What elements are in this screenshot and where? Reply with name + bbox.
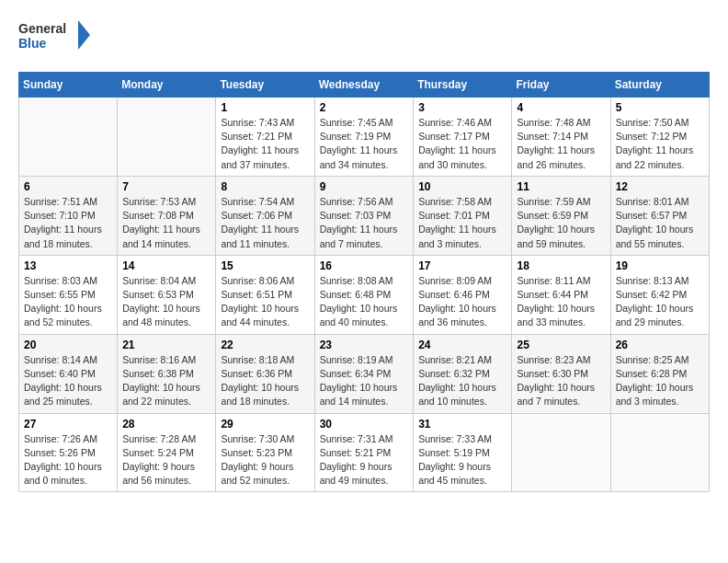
day-number: 11 bbox=[517, 180, 605, 193]
day-number: 18 bbox=[517, 259, 605, 272]
calendar-cell: 16Sunrise: 8:08 AM Sunset: 6:48 PM Dayli… bbox=[314, 255, 414, 334]
day-detail: Sunrise: 8:18 AM Sunset: 6:36 PM Dayligh… bbox=[221, 354, 299, 408]
day-number: 17 bbox=[418, 259, 506, 272]
day-number: 4 bbox=[517, 101, 605, 114]
day-number: 22 bbox=[221, 339, 309, 351]
day-number: 10 bbox=[418, 180, 506, 193]
calendar-cell bbox=[610, 413, 709, 492]
calendar-cell: 24Sunrise: 8:21 AM Sunset: 6:32 PM Dayli… bbox=[414, 334, 512, 413]
day-detail: Sunrise: 8:14 AM Sunset: 6:40 PM Dayligh… bbox=[24, 354, 102, 408]
day-detail: Sunrise: 7:59 AM Sunset: 6:59 PM Dayligh… bbox=[517, 196, 595, 249]
day-number: 25 bbox=[517, 339, 605, 351]
calendar-cell: 2Sunrise: 7:45 AM Sunset: 7:19 PM Daylig… bbox=[314, 98, 414, 177]
day-detail: Sunrise: 7:33 AM Sunset: 5:19 PM Dayligh… bbox=[418, 433, 492, 487]
calendar-cell: 6Sunrise: 7:51 AM Sunset: 7:10 PM Daylig… bbox=[19, 176, 118, 255]
calendar-cell: 10Sunrise: 7:58 AM Sunset: 7:01 PM Dayli… bbox=[414, 176, 512, 255]
day-number: 26 bbox=[616, 339, 704, 351]
calendar-cell: 19Sunrise: 8:13 AM Sunset: 6:42 PM Dayli… bbox=[610, 255, 709, 334]
day-detail: Sunrise: 7:54 AM Sunset: 7:06 PM Dayligh… bbox=[221, 196, 299, 249]
column-header-tuesday: Tuesday bbox=[216, 73, 314, 98]
calendar-week-1: 1Sunrise: 7:43 AM Sunset: 7:21 PM Daylig… bbox=[19, 98, 710, 177]
svg-text:Blue: Blue bbox=[18, 36, 47, 51]
day-detail: Sunrise: 8:04 AM Sunset: 6:53 PM Dayligh… bbox=[122, 275, 200, 328]
calendar-cell: 22Sunrise: 8:18 AM Sunset: 6:36 PM Dayli… bbox=[216, 334, 314, 413]
calendar-table: SundayMondayTuesdayWednesdayThursdayFrid… bbox=[18, 72, 710, 492]
svg-text:General: General bbox=[18, 21, 66, 36]
calendar-header-row: SundayMondayTuesdayWednesdayThursdayFrid… bbox=[19, 73, 710, 98]
day-detail: Sunrise: 7:30 AM Sunset: 5:23 PM Dayligh… bbox=[221, 433, 294, 487]
day-detail: Sunrise: 8:16 AM Sunset: 6:38 PM Dayligh… bbox=[122, 354, 200, 408]
day-number: 2 bbox=[320, 101, 409, 114]
column-header-thursday: Thursday bbox=[414, 73, 512, 98]
day-number: 14 bbox=[122, 259, 210, 272]
svg-marker-2 bbox=[78, 20, 90, 50]
day-detail: Sunrise: 8:21 AM Sunset: 6:32 PM Dayligh… bbox=[418, 354, 496, 408]
day-number: 7 bbox=[122, 180, 210, 193]
calendar-cell bbox=[118, 98, 216, 177]
day-detail: Sunrise: 8:13 AM Sunset: 6:42 PM Dayligh… bbox=[616, 275, 694, 328]
calendar-cell: 8Sunrise: 7:54 AM Sunset: 7:06 PM Daylig… bbox=[216, 176, 314, 255]
day-detail: Sunrise: 7:28 AM Sunset: 5:24 PM Dayligh… bbox=[122, 433, 196, 487]
calendar-week-4: 20Sunrise: 8:14 AM Sunset: 6:40 PM Dayli… bbox=[19, 334, 710, 413]
day-detail: Sunrise: 7:50 AM Sunset: 7:12 PM Dayligh… bbox=[616, 117, 694, 170]
calendar-cell: 31Sunrise: 7:33 AM Sunset: 5:19 PM Dayli… bbox=[414, 413, 512, 492]
logo: General Blue bbox=[18, 18, 92, 57]
day-detail: Sunrise: 8:23 AM Sunset: 6:30 PM Dayligh… bbox=[517, 354, 595, 408]
day-number: 28 bbox=[122, 418, 210, 431]
day-detail: Sunrise: 7:45 AM Sunset: 7:19 PM Dayligh… bbox=[320, 117, 398, 170]
day-detail: Sunrise: 7:31 AM Sunset: 5:21 PM Dayligh… bbox=[320, 433, 393, 487]
calendar-cell: 14Sunrise: 8:04 AM Sunset: 6:53 PM Dayli… bbox=[118, 255, 216, 334]
calendar-cell: 28Sunrise: 7:28 AM Sunset: 5:24 PM Dayli… bbox=[118, 413, 216, 492]
day-number: 12 bbox=[616, 180, 704, 193]
day-number: 8 bbox=[221, 180, 309, 193]
calendar-cell: 15Sunrise: 8:06 AM Sunset: 6:51 PM Dayli… bbox=[216, 255, 314, 334]
column-header-sunday: Sunday bbox=[19, 73, 118, 98]
calendar-cell: 27Sunrise: 7:26 AM Sunset: 5:26 PM Dayli… bbox=[19, 413, 118, 492]
calendar-cell: 29Sunrise: 7:30 AM Sunset: 5:23 PM Dayli… bbox=[216, 413, 314, 492]
calendar-cell: 17Sunrise: 8:09 AM Sunset: 6:46 PM Dayli… bbox=[414, 255, 512, 334]
day-number: 16 bbox=[320, 259, 409, 272]
column-header-saturday: Saturday bbox=[610, 73, 709, 98]
day-detail: Sunrise: 8:19 AM Sunset: 6:34 PM Dayligh… bbox=[320, 354, 398, 408]
logo-svg: General Blue bbox=[18, 18, 92, 57]
calendar-cell: 26Sunrise: 8:25 AM Sunset: 6:28 PM Dayli… bbox=[610, 334, 709, 413]
day-detail: Sunrise: 7:26 AM Sunset: 5:26 PM Dayligh… bbox=[24, 433, 102, 487]
day-detail: Sunrise: 7:53 AM Sunset: 7:08 PM Dayligh… bbox=[122, 196, 200, 249]
day-number: 13 bbox=[24, 259, 112, 272]
day-number: 31 bbox=[418, 418, 506, 431]
calendar-cell: 30Sunrise: 7:31 AM Sunset: 5:21 PM Dayli… bbox=[314, 413, 414, 492]
calendar-cell: 4Sunrise: 7:48 AM Sunset: 7:14 PM Daylig… bbox=[512, 98, 610, 177]
calendar-cell: 13Sunrise: 8:03 AM Sunset: 6:55 PM Dayli… bbox=[19, 255, 118, 334]
day-detail: Sunrise: 8:03 AM Sunset: 6:55 PM Dayligh… bbox=[24, 275, 102, 328]
day-number: 23 bbox=[320, 339, 409, 351]
day-number: 20 bbox=[24, 339, 112, 351]
calendar-cell: 11Sunrise: 7:59 AM Sunset: 6:59 PM Dayli… bbox=[512, 176, 610, 255]
day-detail: Sunrise: 7:58 AM Sunset: 7:01 PM Dayligh… bbox=[418, 196, 496, 249]
day-detail: Sunrise: 7:43 AM Sunset: 7:21 PM Dayligh… bbox=[221, 117, 299, 170]
day-number: 1 bbox=[221, 101, 309, 114]
day-number: 6 bbox=[24, 180, 112, 193]
page-header: General Blue bbox=[18, 18, 710, 57]
day-number: 3 bbox=[418, 101, 506, 114]
column-header-friday: Friday bbox=[512, 73, 610, 98]
day-number: 5 bbox=[616, 101, 704, 114]
day-number: 30 bbox=[320, 418, 409, 431]
calendar-cell: 20Sunrise: 8:14 AM Sunset: 6:40 PM Dayli… bbox=[19, 334, 118, 413]
day-number: 15 bbox=[221, 259, 309, 272]
day-detail: Sunrise: 8:25 AM Sunset: 6:28 PM Dayligh… bbox=[616, 354, 694, 408]
calendar-cell: 7Sunrise: 7:53 AM Sunset: 7:08 PM Daylig… bbox=[118, 176, 216, 255]
calendar-cell: 25Sunrise: 8:23 AM Sunset: 6:30 PM Dayli… bbox=[512, 334, 610, 413]
day-number: 19 bbox=[616, 259, 704, 272]
day-detail: Sunrise: 8:08 AM Sunset: 6:48 PM Dayligh… bbox=[320, 275, 398, 328]
calendar-cell: 18Sunrise: 8:11 AM Sunset: 6:44 PM Dayli… bbox=[512, 255, 610, 334]
day-number: 27 bbox=[24, 418, 112, 431]
calendar-cell: 23Sunrise: 8:19 AM Sunset: 6:34 PM Dayli… bbox=[314, 334, 414, 413]
calendar-cell: 3Sunrise: 7:46 AM Sunset: 7:17 PM Daylig… bbox=[414, 98, 512, 177]
day-number: 9 bbox=[320, 180, 409, 193]
calendar-cell: 12Sunrise: 8:01 AM Sunset: 6:57 PM Dayli… bbox=[610, 176, 709, 255]
day-detail: Sunrise: 8:06 AM Sunset: 6:51 PM Dayligh… bbox=[221, 275, 299, 328]
column-header-wednesday: Wednesday bbox=[314, 73, 414, 98]
calendar-cell: 1Sunrise: 7:43 AM Sunset: 7:21 PM Daylig… bbox=[216, 98, 314, 177]
day-detail: Sunrise: 8:01 AM Sunset: 6:57 PM Dayligh… bbox=[616, 196, 694, 249]
calendar-week-5: 27Sunrise: 7:26 AM Sunset: 5:26 PM Dayli… bbox=[19, 413, 710, 492]
